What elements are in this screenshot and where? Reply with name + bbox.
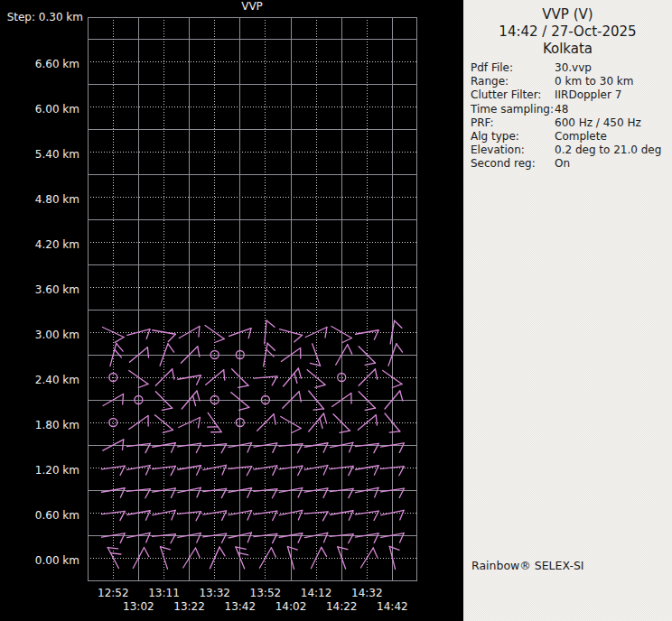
wind-barb [182,391,203,414]
wind-barb [336,345,355,369]
wind-barb-layer [99,320,407,572]
y-axis-label: 3.00 km [0,329,79,341]
wind-barb [160,544,175,570]
wind-barb [283,392,305,414]
wind-barb [332,394,357,414]
x-axis-label: 14:42 [367,600,417,613]
wind-barb [178,375,202,388]
wind-barb [124,371,148,392]
wind-barb [352,392,375,414]
panel-datetime: 14:42 / 27-Oct-2025 [463,23,672,40]
parameter-label: Pdf File: [471,61,513,75]
wind-barb [110,343,125,368]
wind-barb [381,510,406,524]
wind-barb [206,370,229,392]
wind-barb [201,412,221,437]
parameter-value: 0 km to 30 km [555,75,634,88]
wind-barb [101,511,126,523]
wind-barb [389,544,404,570]
x-axis-label: 13:42 [215,600,266,613]
x-axis-label: 13:52 [240,587,291,599]
wind-barb [277,329,303,344]
app-window: Step: 0.30 km VVP 6.60 km6.00 km5.40 km4… [0,0,672,621]
wind-barb [150,392,173,414]
calm-wind-symbol [109,419,117,427]
y-axis-label: 2.40 km [0,374,79,386]
wind-barb [327,414,350,437]
wind-barb [129,416,154,437]
x-axis-label: 13:22 [164,600,215,613]
x-axis-label: 14:12 [291,587,341,599]
wind-barb [181,347,203,369]
wind-barb [103,394,127,413]
wind-barb [210,547,227,572]
parameter-row: Time sampling:48 [463,103,672,116]
parameter-label: Clutter Filter: [471,88,541,102]
brand-label: Rainbow® SELEX-SI [471,559,584,573]
grid-layer [88,17,416,580]
y-axis-label: 1.80 km [0,419,79,431]
parameter-value: On [555,157,570,171]
wind-barb [304,344,321,369]
y-axis-label: 6.60 km [0,58,79,70]
wind-barb [127,329,153,344]
x-axis-label: 12:52 [88,587,138,599]
x-axis-label: 14:22 [316,600,367,613]
info-panel: VVP (V) 14:42 / 27-Oct-2025 Kolkata Pdf … [463,0,672,621]
wind-barb [103,440,127,459]
wind-barb [309,413,331,437]
parameter-label: Alg type: [471,130,519,144]
wind-barb [226,369,248,392]
step-label: Step: 0.30 km [4,11,83,23]
x-axis-label: 14:02 [266,600,316,613]
wind-barb [179,327,203,346]
parameter-value: 30.vvp [555,61,592,75]
wind-barb [178,466,202,478]
wind-barb [107,543,126,568]
panel-title: VVP (V) [463,6,672,23]
wind-barb [378,371,402,392]
panel-site: Kolkata [463,41,672,57]
wind-barb [160,344,176,369]
wind-barb [257,414,280,437]
wind-barb [358,415,381,437]
parameter-value: Complete [555,130,607,144]
parameter-value: 0.2 deg to 21.0 deg [555,144,661,157]
wind-barb [229,329,255,345]
parameter-label: Range: [471,75,509,88]
x-axis-label: 13:02 [113,600,163,613]
parameter-value: 48 [555,103,568,116]
wind-barb [304,466,329,478]
y-axis-label: 6.00 km [0,103,79,116]
wind-barb [229,533,253,546]
wind-barb [311,547,329,572]
wind-barb [302,370,325,392]
wind-barb [352,347,375,369]
parameter-row: Second reg:On [463,157,672,171]
wind-barb [226,393,249,414]
wind-profile-plot: Step: 0.30 km VVP 6.60 km6.00 km5.40 km4… [0,0,463,621]
parameter-row: Elevation:0.2 deg to 21.0 deg [463,144,672,157]
x-axis-label: 13:32 [190,587,240,599]
y-axis-label: 0.00 km [0,554,79,567]
parameter-value: IIRDoppler 7 [555,88,621,102]
wind-barb [338,544,354,570]
wind-barb [284,368,305,392]
wind-barb [259,548,278,572]
wind-barb [305,328,331,346]
wind-barb [155,369,178,392]
wind-barb [101,466,126,477]
parameter-row: Pdf File:30.vvp [463,61,672,75]
wind-barb [359,369,381,392]
parameter-label: Second reg: [471,157,536,171]
wind-profile-chart [0,0,463,621]
wind-barb [388,344,405,369]
wind-barb [201,326,225,347]
parameter-label: Time sampling: [471,103,554,116]
wind-barb [133,548,152,572]
wind-barb [149,415,173,437]
y-axis-label: 3.60 km [0,283,79,296]
y-axis-label: 1.20 km [0,464,79,477]
y-axis-label: 5.40 km [0,148,79,161]
wind-barb [327,327,351,346]
